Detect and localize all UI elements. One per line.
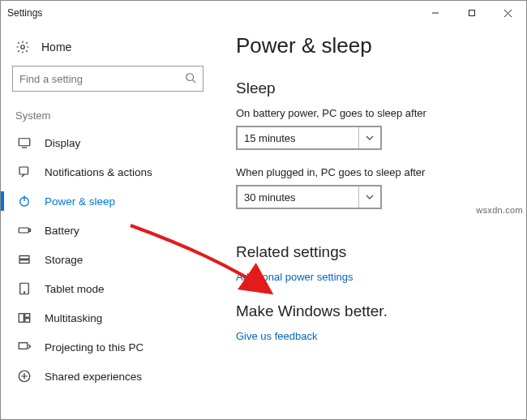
window-title: Settings — [7, 7, 42, 19]
svg-point-4 — [21, 45, 25, 49]
close-button[interactable] — [490, 1, 526, 25]
sidebar: Home Find a setting System Display — [1, 25, 212, 419]
display-icon — [17, 135, 32, 150]
home-label: Home — [41, 41, 71, 54]
svg-rect-14 — [19, 256, 29, 259]
section-sleep-heading: Sleep — [236, 79, 510, 97]
svg-rect-20 — [25, 319, 30, 323]
sidebar-item-display[interactable]: Display — [12, 128, 204, 157]
svg-point-5 — [186, 73, 194, 80]
power-icon — [17, 194, 32, 208]
sidebar-item-battery[interactable]: Battery — [12, 216, 204, 245]
svg-line-6 — [193, 79, 196, 83]
plugged-sleep-select[interactable]: 30 minutes — [236, 185, 382, 209]
page-title: Power & sleep — [236, 33, 510, 58]
svg-rect-9 — [19, 167, 28, 174]
additional-power-settings-link[interactable]: Additional power settings — [236, 271, 353, 283]
sidebar-item-label: Power & sleep — [45, 195, 115, 208]
gear-icon — [15, 40, 30, 54]
battery-icon — [17, 223, 32, 238]
chevron-down-icon — [358, 127, 374, 148]
notifications-icon — [17, 165, 32, 179]
plugged-sleep-value: 30 minutes — [244, 191, 296, 204]
sidebar-item-tablet-mode[interactable]: Tablet mode — [12, 274, 204, 303]
sidebar-item-label: Storage — [45, 254, 83, 266]
sidebar-item-storage[interactable]: Storage — [12, 245, 204, 274]
sidebar-item-label: Notifications & actions — [45, 166, 152, 178]
feedback-link[interactable]: Give us feedback — [236, 330, 317, 342]
sidebar-item-label: Battery — [45, 225, 79, 237]
sidebar-item-notifications[interactable]: Notifications & actions — [12, 157, 204, 186]
svg-rect-15 — [19, 260, 29, 264]
sidebar-item-label: Display — [45, 137, 80, 149]
svg-rect-21 — [19, 343, 28, 349]
watermark: wsxdn.com — [476, 205, 523, 215]
main-panel: Power & sleep Sleep On battery power, PC… — [212, 25, 526, 419]
battery-sleep-select[interactable]: 15 minutes — [236, 126, 382, 150]
chevron-down-icon — [358, 186, 374, 208]
sidebar-item-projecting[interactable]: Projecting to this PC — [12, 332, 204, 362]
plugged-sleep-label: When plugged in, PC goes to sleep after — [236, 166, 510, 178]
multitasking-icon — [17, 311, 32, 325]
search-placeholder: Find a setting — [19, 73, 83, 85]
search-icon — [185, 72, 196, 86]
section-label: System — [12, 109, 204, 128]
sidebar-item-label: Shared experiences — [45, 371, 142, 383]
projecting-icon — [17, 340, 32, 354]
tablet-icon — [17, 281, 32, 296]
storage-icon — [17, 252, 32, 267]
svg-rect-12 — [19, 228, 28, 233]
sidebar-item-label: Tablet mode — [45, 283, 105, 295]
shared-icon — [17, 369, 32, 384]
minimize-button[interactable] — [417, 1, 453, 25]
sidebar-item-label: Multitasking — [45, 312, 102, 324]
titlebar: Settings — [1, 1, 526, 25]
sidebar-item-power-sleep[interactable]: Power & sleep — [12, 186, 204, 216]
svg-rect-19 — [25, 314, 30, 318]
settings-window: Settings Home — [0, 0, 527, 420]
home-button[interactable]: Home — [12, 35, 204, 66]
sidebar-item-multitasking[interactable]: Multitasking — [12, 303, 204, 332]
nav-list: Display Notifications & actions Power & … — [12, 128, 204, 391]
svg-rect-7 — [19, 139, 30, 146]
sidebar-item-shared-experiences[interactable]: Shared experiences — [12, 362, 204, 391]
battery-sleep-label: On battery power, PC goes to sleep after — [236, 107, 510, 119]
maximize-button[interactable] — [453, 1, 490, 25]
content-area: Home Find a setting System Display — [1, 25, 526, 419]
svg-rect-18 — [19, 314, 24, 323]
svg-rect-1 — [469, 11, 474, 16]
battery-sleep-value: 15 minutes — [244, 132, 296, 144]
svg-point-17 — [24, 292, 24, 293]
sidebar-item-label: Projecting to this PC — [45, 341, 144, 354]
search-input[interactable]: Find a setting — [12, 66, 204, 92]
window-controls — [417, 1, 526, 25]
section-related-heading: Related settings — [236, 243, 510, 261]
section-feedback-heading: Make Windows better. — [236, 302, 510, 320]
svg-rect-13 — [29, 229, 31, 232]
